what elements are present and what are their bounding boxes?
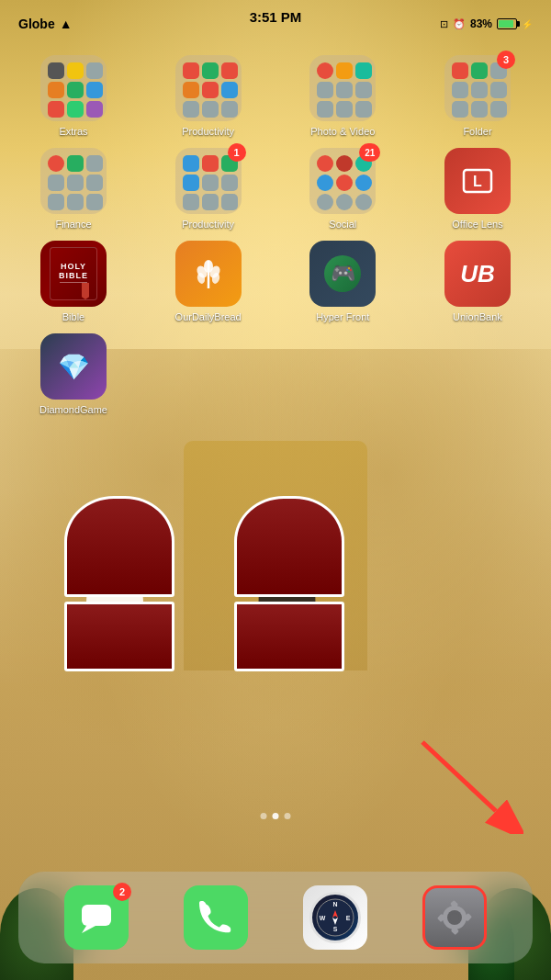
bible-label: Bible: [62, 311, 84, 322]
safari-icon: N S W E: [303, 885, 367, 950]
unionbank-label: UnionBank: [453, 311, 502, 322]
app-diamondgame[interactable]: 💎 DiamondGame: [18, 333, 129, 415]
svg-text:E: E: [346, 915, 351, 921]
social-label: Social: [329, 219, 356, 230]
svg-text:N: N: [332, 901, 337, 907]
svg-point-30: [450, 913, 459, 922]
app-row-3: HOLY BIBLE Bible: [18, 241, 533, 322]
app-productivity2[interactable]: 1 Productivity: [153, 148, 264, 230]
battery-text: 83%: [470, 17, 492, 30]
finance-label: Finance: [55, 219, 91, 230]
finance-icon: [40, 148, 107, 214]
status-bar: Globe ▲ 3:51 PM ⊡ ⏰ 83% ⚡: [0, 0, 551, 40]
svg-text:L: L: [473, 174, 482, 189]
screen-mirror-icon: ⊡: [440, 18, 448, 30]
app-unionbank[interactable]: UB UnionBank: [422, 241, 533, 322]
diamondgame-label: DiamondGame: [39, 404, 107, 415]
hyperfront-icon: 🎮: [309, 241, 376, 307]
page-indicator: [261, 813, 291, 819]
folder-badge: 3: [497, 51, 515, 69]
settings-icon: [422, 885, 487, 950]
photovideo-label: Photo & Video: [310, 126, 375, 137]
page-dot-3: [285, 813, 291, 819]
ub-text: UB: [460, 260, 495, 288]
app-folder[interactable]: 3 Folder: [422, 55, 533, 137]
carrier-signal: Globe ▲: [18, 17, 73, 31]
svg-line-9: [422, 742, 496, 811]
app-social[interactable]: 21 Social: [287, 148, 398, 230]
app-row-1: Extras Produ: [18, 55, 533, 137]
app-officelens[interactable]: L Office Lens: [422, 148, 533, 230]
wifi-icon: ▲: [60, 17, 73, 31]
hyperfront-label: Hyper Front: [316, 311, 369, 322]
status-time: 3:51 PM: [250, 9, 302, 25]
dock-safari[interactable]: N S W E: [303, 885, 367, 950]
dock-messages[interactable]: 2: [64, 885, 129, 950]
ourdailybread-label: OurDailyBread: [175, 311, 242, 322]
ourdailybread-icon: [175, 241, 242, 307]
productivity2-label: Productivity: [182, 219, 234, 230]
dock-settings[interactable]: [422, 885, 487, 950]
app-grid: Extras Produ: [0, 46, 551, 435]
social-badge: 21: [359, 143, 380, 162]
productivity1-icon: [175, 55, 242, 121]
messages-badge: 2: [113, 883, 131, 901]
carrier-name: Globe: [18, 17, 55, 31]
page-dot-1: [261, 813, 267, 819]
messages-icon: 2: [64, 885, 129, 950]
safari-compass: N S W E: [309, 892, 361, 943]
officelens-icon: L: [444, 148, 511, 214]
app-row-2: Finance 1: [18, 148, 533, 230]
svg-rect-10: [82, 905, 111, 926]
app-finance[interactable]: Finance: [18, 148, 129, 230]
phone-icon: [184, 885, 248, 950]
red-arrow-indicator: [404, 715, 523, 838]
charging-icon: ⚡: [522, 19, 533, 29]
productivity1-label: Productivity: [182, 126, 234, 137]
officelens-label: Office Lens: [452, 219, 502, 230]
productivity2-badge: 1: [228, 143, 246, 162]
app-hyperfront[interactable]: 🎮 Hyper Front: [287, 241, 398, 322]
dock: 2 N S W E: [18, 872, 533, 963]
unionbank-icon: UB: [444, 241, 511, 307]
alarm-icon: ⏰: [453, 18, 466, 30]
photovideo-icon: [309, 55, 376, 121]
folder-label: Folder: [463, 126, 491, 137]
extras-label: Extras: [59, 126, 87, 137]
page-dot-2: [273, 813, 279, 819]
battery-icon: [497, 18, 517, 29]
status-indicators: ⊡ ⏰ 83% ⚡: [440, 17, 533, 30]
app-extras[interactable]: Extras: [18, 55, 129, 137]
dock-phone[interactable]: [184, 885, 248, 950]
app-bible[interactable]: HOLY BIBLE Bible: [18, 241, 129, 322]
diamondgame-icon: 💎: [40, 333, 107, 400]
bible-icon: HOLY BIBLE: [40, 241, 107, 307]
extras-icon: [40, 55, 107, 121]
app-row-4: 💎 DiamondGame: [18, 333, 533, 415]
app-photovideo[interactable]: Photo & Video: [287, 55, 398, 137]
svg-text:S: S: [333, 926, 338, 932]
svg-marker-11: [82, 926, 96, 933]
svg-text:W: W: [320, 915, 326, 921]
bible-bible-text: BIBLE: [59, 272, 88, 281]
app-productivity1[interactable]: Productivity: [153, 55, 264, 137]
app-ourdailybread[interactable]: OurDailyBread: [153, 241, 264, 322]
